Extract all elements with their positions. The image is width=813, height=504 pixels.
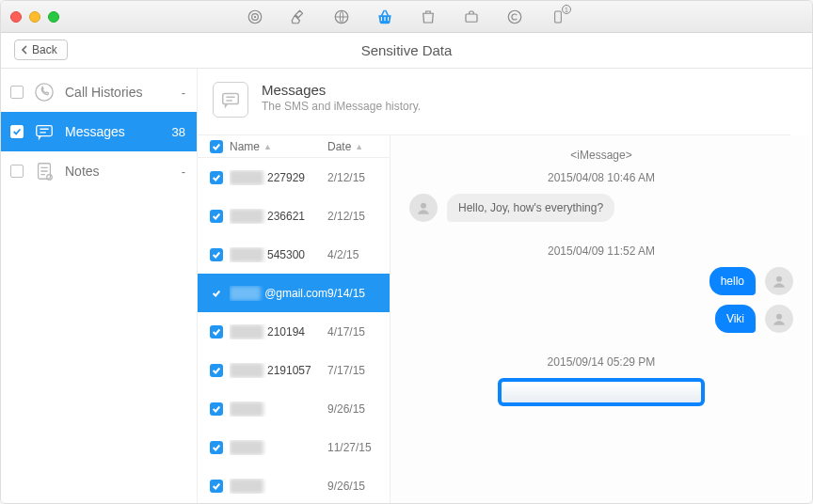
- chat-icon: [33, 120, 56, 143]
- message-bubble: Viki: [715, 305, 756, 333]
- row-name: [230, 402, 327, 417]
- redacted-text: [230, 286, 261, 301]
- svg-point-16: [776, 276, 782, 282]
- row-checkbox[interactable]: [203, 480, 230, 493]
- row-checkbox[interactable]: [203, 441, 230, 454]
- content-area: Messages The SMS and iMessage history. N…: [198, 69, 812, 503]
- target-icon[interactable]: [246, 8, 264, 26]
- row-checkbox[interactable]: [203, 171, 230, 184]
- table-row[interactable]: @gmail.com9/14/15: [198, 274, 390, 312]
- page-title: Sensitive Data: [361, 42, 453, 58]
- row-name: 210194: [230, 324, 327, 339]
- message-bubble: Hello, Joy, how's everything?: [447, 194, 614, 222]
- column-header-name[interactable]: Name▲: [230, 140, 327, 153]
- traffic-lights: [10, 11, 59, 23]
- sidebar-item-notes[interactable]: Notes -: [1, 151, 197, 191]
- messages-table: Name▲ Date▲ 2279292/12/152366212/12/1554…: [198, 135, 391, 503]
- svg-rect-9: [555, 11, 562, 23]
- message-incoming: Hello, Joy, how's everything?: [409, 194, 793, 222]
- copyright-icon[interactable]: [505, 8, 524, 26]
- svg-point-2: [254, 15, 256, 17]
- table-row[interactable]: 9/26/15: [198, 389, 390, 428]
- row-date: 2/12/15: [327, 210, 390, 223]
- row-date: 4/17/15: [327, 325, 390, 339]
- row-date: 4/2/15: [327, 248, 390, 261]
- row-date: 9/26/15: [327, 480, 390, 493]
- table-body: 2279292/12/152366212/12/155453004/2/15@g…: [198, 158, 390, 503]
- row-name: 227929: [230, 170, 327, 185]
- redacted-text: [230, 363, 263, 378]
- sidebar-item-label: Messages: [65, 124, 163, 139]
- sidebar-item-call-histories[interactable]: Call Histories -: [1, 72, 197, 112]
- window-minimize-button[interactable]: [29, 11, 40, 23]
- svg-rect-4: [381, 17, 382, 21]
- back-button[interactable]: Back: [14, 39, 68, 60]
- checkbox[interactable]: [10, 86, 24, 99]
- category-sidebar: Call Histories - Messages 38 Notes -: [1, 69, 198, 503]
- row-date: 7/17/15: [327, 364, 390, 377]
- avatar-icon: [765, 267, 793, 295]
- column-header-date[interactable]: Date▲: [327, 140, 390, 153]
- svg-rect-6: [388, 17, 389, 21]
- redacted-text: [230, 170, 263, 185]
- phone-icon: [33, 81, 56, 103]
- row-name: 236621: [230, 209, 327, 224]
- svg-point-17: [776, 314, 782, 320]
- redacted-text: [230, 209, 263, 224]
- svg-rect-5: [384, 17, 385, 21]
- sidebar-item-messages[interactable]: Messages 38: [1, 112, 197, 151]
- timestamp: 2015/04/09 11:52 AM: [409, 244, 793, 258]
- row-checkbox[interactable]: [203, 402, 230, 416]
- table-row[interactable]: 11/27/15: [198, 428, 390, 466]
- back-button-label: Back: [32, 43, 57, 56]
- select-all-checkbox[interactable]: [203, 140, 230, 153]
- category-title: Messages: [262, 82, 421, 98]
- timestamp: 2015/09/14 05:29 PM: [409, 355, 793, 369]
- globe-icon[interactable]: [332, 8, 351, 26]
- sidebar-item-count: 38: [172, 125, 185, 139]
- avatar-icon: [765, 305, 793, 333]
- svg-rect-14: [223, 94, 239, 104]
- table-row[interactable]: 2279292/12/15: [198, 158, 390, 197]
- note-icon: [33, 160, 56, 182]
- category-header: Messages The SMS and iMessage history.: [198, 69, 790, 135]
- row-date: 2/12/15: [327, 171, 390, 184]
- category-header-wrap: Messages The SMS and iMessage history.: [198, 69, 812, 135]
- sort-arrow-icon: ▲: [355, 142, 363, 151]
- channel-label: <iMessage>: [409, 149, 793, 162]
- sidebar-item-count: -: [182, 86, 185, 100]
- table-row[interactable]: 5453004/2/15: [198, 235, 390, 274]
- row-checkbox[interactable]: [203, 287, 230, 300]
- column-header-label: Date: [327, 140, 351, 153]
- redacted-text: [230, 479, 263, 494]
- trash-icon[interactable]: [419, 8, 438, 26]
- avatar-icon: [409, 194, 438, 222]
- basket-icon[interactable]: [375, 8, 394, 26]
- row-checkbox[interactable]: [203, 210, 230, 223]
- table-row[interactable]: 9/26/15: [198, 466, 390, 503]
- device-icon[interactable]: 1: [549, 8, 567, 26]
- briefcase-icon[interactable]: [462, 8, 481, 26]
- row-name: [230, 440, 327, 455]
- redacted-text: [230, 402, 263, 417]
- row-checkbox[interactable]: [203, 364, 230, 377]
- row-checkbox[interactable]: [203, 325, 230, 339]
- row-date: 11/27/15: [327, 441, 390, 454]
- sidebar-item-label: Notes: [65, 164, 172, 179]
- broom-icon[interactable]: [289, 8, 308, 26]
- window-close-button[interactable]: [10, 11, 22, 23]
- checkbox[interactable]: [10, 125, 24, 138]
- row-checkbox[interactable]: [203, 248, 230, 261]
- svg-point-15: [421, 203, 426, 209]
- category-description: The SMS and iMessage history.: [262, 100, 421, 113]
- app-window: 1 Back Sensitive Data Call Histories -: [0, 0, 813, 504]
- svg-rect-7: [466, 14, 477, 22]
- table-row[interactable]: 21910577/17/15: [198, 351, 390, 389]
- category-text: Messages The SMS and iMessage history.: [262, 82, 421, 113]
- table-row[interactable]: 2366212/12/15: [198, 197, 390, 235]
- sidebar-item-label: Call Histories: [65, 85, 172, 100]
- titlebar: 1: [1, 1, 812, 33]
- window-zoom-button[interactable]: [48, 11, 59, 23]
- checkbox[interactable]: [10, 165, 24, 178]
- table-row[interactable]: 2101944/17/15: [198, 312, 390, 351]
